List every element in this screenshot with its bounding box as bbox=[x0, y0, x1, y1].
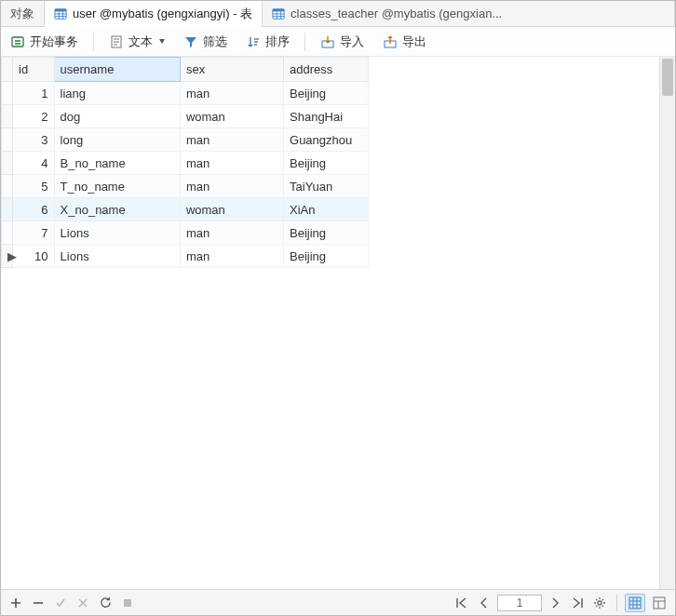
cell-address[interactable]: Beijing bbox=[284, 245, 369, 268]
row-marker bbox=[2, 198, 13, 221]
refresh-button[interactable] bbox=[96, 594, 115, 612]
cell-address[interactable]: XiAn bbox=[284, 198, 369, 221]
cell-sex[interactable]: man bbox=[180, 128, 283, 152]
cell-sex[interactable]: woman bbox=[180, 198, 283, 221]
cell-sex[interactable]: man bbox=[180, 152, 283, 175]
table-row[interactable]: 5T_no_namemanTaiYuan bbox=[2, 175, 369, 198]
table-row[interactable]: 7LionsmanBeijing bbox=[2, 221, 369, 245]
nav-next-button[interactable] bbox=[546, 594, 564, 612]
cell-id[interactable]: 6 bbox=[13, 198, 54, 221]
cell-address[interactable]: Beijing bbox=[284, 221, 369, 245]
stop-button[interactable] bbox=[118, 594, 137, 612]
cell-id[interactable]: 7 bbox=[13, 221, 54, 245]
cell-id[interactable]: 2 bbox=[13, 105, 54, 128]
filter-label: 筛选 bbox=[203, 33, 227, 50]
form-view-icon bbox=[653, 596, 666, 609]
cell-username[interactable]: dog bbox=[54, 105, 180, 128]
apply-button[interactable] bbox=[51, 594, 70, 612]
export-button[interactable]: 导出 bbox=[379, 31, 430, 53]
import-button[interactable]: 导入 bbox=[317, 31, 368, 53]
minus-icon bbox=[33, 597, 44, 609]
cell-id[interactable]: 4 bbox=[13, 152, 54, 175]
cell-address[interactable]: Beijing bbox=[284, 152, 369, 175]
filter-button[interactable]: 筛选 bbox=[180, 31, 231, 53]
cell-username[interactable]: liang bbox=[54, 82, 180, 105]
table-icon bbox=[272, 7, 285, 20]
table-row[interactable]: 2dogwomanShangHai bbox=[2, 105, 369, 128]
form-view-button[interactable] bbox=[649, 594, 669, 612]
cell-sex[interactable]: man bbox=[180, 245, 283, 268]
cell-username[interactable]: B_no_name bbox=[54, 152, 180, 175]
cell-address[interactable]: TaiYuan bbox=[284, 175, 369, 198]
close-icon bbox=[77, 597, 88, 609]
page-input[interactable]: 1 bbox=[497, 595, 542, 611]
table-row[interactable]: 1liangmanBeijing bbox=[2, 82, 369, 105]
chevron-down-icon bbox=[159, 39, 165, 44]
cell-username[interactable]: Lions bbox=[54, 221, 180, 245]
nav-prev-button[interactable] bbox=[475, 594, 493, 612]
row-marker bbox=[2, 152, 13, 175]
cell-id[interactable]: 3 bbox=[13, 128, 54, 152]
table-row[interactable]: ▶10LionsmanBeijing bbox=[2, 245, 369, 268]
cell-username[interactable]: X_no_name bbox=[54, 198, 180, 221]
export-label: 导出 bbox=[402, 33, 426, 50]
import-label: 导入 bbox=[340, 33, 364, 50]
data-grid[interactable]: id username sex address 1liangmanBeijing… bbox=[1, 57, 659, 589]
row-gutter-header bbox=[2, 58, 13, 82]
row-marker bbox=[2, 82, 13, 105]
column-header-username[interactable]: username bbox=[54, 58, 180, 82]
cell-username[interactable]: T_no_name bbox=[54, 175, 180, 198]
tab-objects[interactable]: 对象 bbox=[1, 1, 45, 26]
row-marker: ▶ bbox=[2, 245, 13, 268]
svg-rect-7 bbox=[273, 8, 284, 11]
separator bbox=[93, 33, 94, 51]
table-icon bbox=[54, 7, 67, 20]
cell-address[interactable]: ShangHai bbox=[284, 105, 369, 128]
cell-sex[interactable]: man bbox=[180, 221, 283, 245]
nav-first-button[interactable] bbox=[453, 594, 471, 612]
add-row-button[interactable] bbox=[7, 594, 25, 612]
cell-sex[interactable]: man bbox=[180, 175, 283, 198]
tab-bar: 对象 user @mybatis (gengxiangyi) - 表 class… bbox=[1, 1, 675, 27]
row-marker bbox=[2, 128, 13, 152]
svg-point-17 bbox=[598, 601, 602, 605]
scrollbar-thumb[interactable] bbox=[662, 59, 673, 96]
column-header-address[interactable]: address bbox=[284, 58, 369, 82]
vertical-scrollbar[interactable] bbox=[659, 57, 675, 589]
sort-label: 排序 bbox=[265, 33, 290, 50]
toolbar: 开始事务 文本 筛选 排序 导入 导出 bbox=[1, 27, 675, 57]
settings-button[interactable] bbox=[590, 594, 609, 612]
begin-transaction-button[interactable]: 开始事务 bbox=[7, 31, 82, 53]
sort-icon bbox=[246, 34, 261, 49]
cell-sex[interactable]: man bbox=[180, 82, 283, 105]
cell-sex[interactable]: woman bbox=[180, 105, 283, 128]
cell-address[interactable]: Guangzhou bbox=[284, 128, 369, 152]
table-row[interactable]: 4B_no_namemanBeijing bbox=[2, 152, 369, 175]
grid-view-button[interactable] bbox=[625, 594, 645, 612]
tab-classes-teacher-label: classes_teacher @mybatis (gengxian... bbox=[291, 7, 502, 20]
nav-last-button[interactable] bbox=[568, 594, 587, 612]
table-row[interactable]: 6X_no_namewomanXiAn bbox=[2, 198, 369, 221]
footer-bar: 1 bbox=[1, 589, 675, 615]
cell-username[interactable]: long bbox=[54, 128, 180, 152]
cell-address[interactable]: Beijing bbox=[284, 82, 369, 105]
text-button[interactable]: 文本 bbox=[105, 31, 169, 53]
memo-icon bbox=[109, 34, 124, 49]
cell-username[interactable]: Lions bbox=[54, 245, 180, 268]
delete-row-button[interactable] bbox=[29, 594, 47, 612]
table-row[interactable]: 3longmanGuangzhou bbox=[2, 128, 369, 152]
cell-id[interactable]: 5 bbox=[13, 175, 54, 198]
cell-id[interactable]: 10 bbox=[13, 245, 54, 268]
tab-user-table[interactable]: user @mybatis (gengxiangyi) - 表 bbox=[45, 1, 263, 27]
column-header-sex[interactable]: sex bbox=[180, 58, 283, 82]
sort-button[interactable]: 排序 bbox=[242, 31, 293, 53]
svg-rect-16 bbox=[124, 599, 131, 607]
tab-classes-teacher[interactable]: classes_teacher @mybatis (gengxian... bbox=[263, 1, 675, 26]
cancel-button[interactable] bbox=[74, 594, 92, 612]
text-label: 文本 bbox=[128, 33, 153, 50]
begin-transaction-label: 开始事务 bbox=[30, 33, 78, 50]
column-header-id[interactable]: id bbox=[13, 58, 54, 82]
transaction-icon bbox=[10, 34, 25, 49]
cell-id[interactable]: 1 bbox=[13, 82, 54, 105]
grid-area: id username sex address 1liangmanBeijing… bbox=[1, 57, 675, 589]
